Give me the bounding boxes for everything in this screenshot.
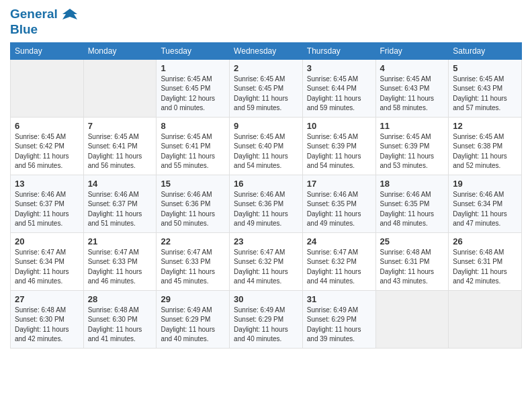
calendar-cell: 13Sunrise: 6:46 AM Sunset: 6:37 PM Dayli… — [11, 175, 84, 232]
svg-marker-0 — [62, 9, 77, 19]
day-content: Sunrise: 6:45 AM Sunset: 6:39 PM Dayligh… — [307, 132, 371, 171]
calendar-cell: 24Sunrise: 6:47 AM Sunset: 6:32 PM Dayli… — [302, 232, 375, 290]
calendar-cell: 4Sunrise: 6:45 AM Sunset: 6:43 PM Daylig… — [375, 59, 449, 117]
day-number: 21 — [88, 236, 152, 246]
calendar-cell: 21Sunrise: 6:47 AM Sunset: 6:33 PM Dayli… — [83, 232, 157, 290]
day-content: Sunrise: 6:48 AM Sunset: 6:30 PM Dayligh… — [88, 306, 152, 345]
day-content: Sunrise: 6:46 AM Sunset: 6:36 PM Dayligh… — [161, 190, 225, 229]
day-content: Sunrise: 6:47 AM Sunset: 6:32 PM Dayligh… — [307, 248, 371, 287]
day-content: Sunrise: 6:47 AM Sunset: 6:33 PM Dayligh… — [161, 248, 225, 287]
day-number: 1 — [161, 63, 225, 73]
header-day-monday: Monday — [83, 42, 157, 59]
day-number: 6 — [15, 121, 79, 131]
calendar-cell: 15Sunrise: 6:46 AM Sunset: 6:36 PM Dayli… — [157, 175, 230, 232]
logo-blue: Blue — [10, 22, 77, 37]
day-number: 16 — [234, 179, 298, 189]
day-content: Sunrise: 6:47 AM Sunset: 6:32 PM Dayligh… — [234, 248, 298, 287]
day-number: 5 — [453, 63, 517, 73]
header-day-sunday: Sunday — [11, 42, 84, 59]
calendar-cell: 26Sunrise: 6:48 AM Sunset: 6:31 PM Dayli… — [449, 232, 522, 290]
day-number: 20 — [15, 236, 79, 246]
day-content: Sunrise: 6:45 AM Sunset: 6:43 PM Dayligh… — [380, 75, 445, 113]
day-number: 9 — [234, 121, 298, 131]
day-content: Sunrise: 6:45 AM Sunset: 6:41 PM Dayligh… — [88, 132, 152, 171]
day-number: 27 — [15, 294, 79, 304]
calendar-cell: 14Sunrise: 6:46 AM Sunset: 6:37 PM Dayli… — [83, 175, 157, 232]
day-number: 17 — [307, 179, 371, 189]
day-content: Sunrise: 6:47 AM Sunset: 6:33 PM Dayligh… — [88, 248, 152, 287]
day-number: 10 — [307, 121, 371, 131]
day-number: 7 — [88, 121, 152, 131]
day-number: 19 — [453, 179, 517, 189]
header-day-saturday: Saturday — [449, 42, 522, 59]
day-number: 11 — [380, 121, 445, 131]
day-content: Sunrise: 6:46 AM Sunset: 6:36 PM Dayligh… — [234, 190, 298, 229]
week-row-3: 13Sunrise: 6:46 AM Sunset: 6:37 PM Dayli… — [11, 175, 522, 232]
day-number: 14 — [88, 179, 152, 189]
day-number: 13 — [15, 179, 79, 189]
calendar-cell: 12Sunrise: 6:45 AM Sunset: 6:38 PM Dayli… — [449, 117, 522, 175]
header-day-friday: Friday — [375, 42, 449, 59]
calendar-cell: 28Sunrise: 6:48 AM Sunset: 6:30 PM Dayli… — [83, 290, 157, 348]
day-number: 25 — [380, 236, 445, 246]
day-content: Sunrise: 6:46 AM Sunset: 6:34 PM Dayligh… — [453, 190, 517, 229]
calendar-cell: 29Sunrise: 6:49 AM Sunset: 6:29 PM Dayli… — [157, 290, 230, 348]
day-number: 2 — [234, 63, 298, 73]
day-number: 18 — [380, 179, 445, 189]
day-content: Sunrise: 6:48 AM Sunset: 6:31 PM Dayligh… — [380, 248, 445, 287]
day-content: Sunrise: 6:45 AM Sunset: 6:44 PM Dayligh… — [307, 75, 371, 113]
header-row: SundayMondayTuesdayWednesdayThursdayFrid… — [11, 42, 522, 59]
calendar-cell — [83, 59, 157, 117]
calendar-cell: 22Sunrise: 6:47 AM Sunset: 6:33 PM Dayli… — [157, 232, 230, 290]
calendar-cell: 11Sunrise: 6:45 AM Sunset: 6:39 PM Dayli… — [375, 117, 449, 175]
calendar-cell — [449, 290, 522, 348]
day-number: 15 — [161, 179, 225, 189]
header-day-tuesday: Tuesday — [157, 42, 230, 59]
calendar-cell: 6Sunrise: 6:45 AM Sunset: 6:42 PM Daylig… — [11, 117, 84, 175]
day-content: Sunrise: 6:47 AM Sunset: 6:34 PM Dayligh… — [15, 248, 79, 287]
logo-general: General — [10, 7, 58, 21]
calendar-cell: 25Sunrise: 6:48 AM Sunset: 6:31 PM Dayli… — [375, 232, 449, 290]
calendar-cell: 30Sunrise: 6:49 AM Sunset: 6:29 PM Dayli… — [230, 290, 303, 348]
calendar-cell: 2Sunrise: 6:45 AM Sunset: 6:45 PM Daylig… — [230, 59, 303, 117]
day-number: 8 — [161, 121, 225, 131]
calendar-cell: 16Sunrise: 6:46 AM Sunset: 6:36 PM Dayli… — [230, 175, 303, 232]
day-content: Sunrise: 6:45 AM Sunset: 6:45 PM Dayligh… — [161, 75, 225, 113]
day-number: 26 — [453, 236, 517, 246]
day-number: 28 — [88, 294, 152, 304]
calendar-cell: 8Sunrise: 6:45 AM Sunset: 6:41 PM Daylig… — [157, 117, 230, 175]
calendar-cell: 5Sunrise: 6:45 AM Sunset: 6:43 PM Daylig… — [449, 59, 522, 117]
day-content: Sunrise: 6:48 AM Sunset: 6:30 PM Dayligh… — [15, 306, 79, 345]
calendar-cell: 20Sunrise: 6:47 AM Sunset: 6:34 PM Dayli… — [11, 232, 84, 290]
day-content: Sunrise: 6:45 AM Sunset: 6:43 PM Dayligh… — [453, 75, 517, 113]
page-container: General Blue SundayMondayTuesdayWednesda… — [0, 0, 532, 355]
logo: General Blue — [10, 7, 77, 37]
calendar-cell: 31Sunrise: 6:49 AM Sunset: 6:29 PM Dayli… — [302, 290, 375, 348]
calendar-cell: 7Sunrise: 6:45 AM Sunset: 6:41 PM Daylig… — [83, 117, 157, 175]
day-number: 22 — [161, 236, 225, 246]
calendar-cell: 27Sunrise: 6:48 AM Sunset: 6:30 PM Dayli… — [11, 290, 84, 348]
day-number: 30 — [234, 294, 298, 304]
week-row-1: 1Sunrise: 6:45 AM Sunset: 6:45 PM Daylig… — [11, 59, 522, 117]
day-content: Sunrise: 6:46 AM Sunset: 6:37 PM Dayligh… — [15, 190, 79, 229]
day-content: Sunrise: 6:46 AM Sunset: 6:37 PM Dayligh… — [88, 190, 152, 229]
calendar-cell: 3Sunrise: 6:45 AM Sunset: 6:44 PM Daylig… — [302, 59, 375, 117]
calendar-cell: 10Sunrise: 6:45 AM Sunset: 6:39 PM Dayli… — [302, 117, 375, 175]
day-number: 4 — [380, 63, 445, 73]
day-number: 31 — [307, 294, 371, 304]
day-content: Sunrise: 6:45 AM Sunset: 6:45 PM Dayligh… — [234, 75, 298, 113]
day-content: Sunrise: 6:45 AM Sunset: 6:40 PM Dayligh… — [234, 132, 298, 171]
calendar-cell: 1Sunrise: 6:45 AM Sunset: 6:45 PM Daylig… — [157, 59, 230, 117]
day-number: 3 — [307, 63, 371, 73]
header-day-thursday: Thursday — [302, 42, 375, 59]
day-number: 23 — [234, 236, 298, 246]
calendar-cell: 19Sunrise: 6:46 AM Sunset: 6:34 PM Dayli… — [449, 175, 522, 232]
day-content: Sunrise: 6:49 AM Sunset: 6:29 PM Dayligh… — [161, 306, 225, 345]
day-content: Sunrise: 6:49 AM Sunset: 6:29 PM Dayligh… — [307, 306, 371, 345]
calendar-cell: 18Sunrise: 6:46 AM Sunset: 6:35 PM Dayli… — [375, 175, 449, 232]
day-content: Sunrise: 6:46 AM Sunset: 6:35 PM Dayligh… — [307, 190, 371, 229]
day-number: 24 — [307, 236, 371, 246]
week-row-4: 20Sunrise: 6:47 AM Sunset: 6:34 PM Dayli… — [11, 232, 522, 290]
day-number: 29 — [161, 294, 225, 304]
calendar-cell — [11, 59, 84, 117]
